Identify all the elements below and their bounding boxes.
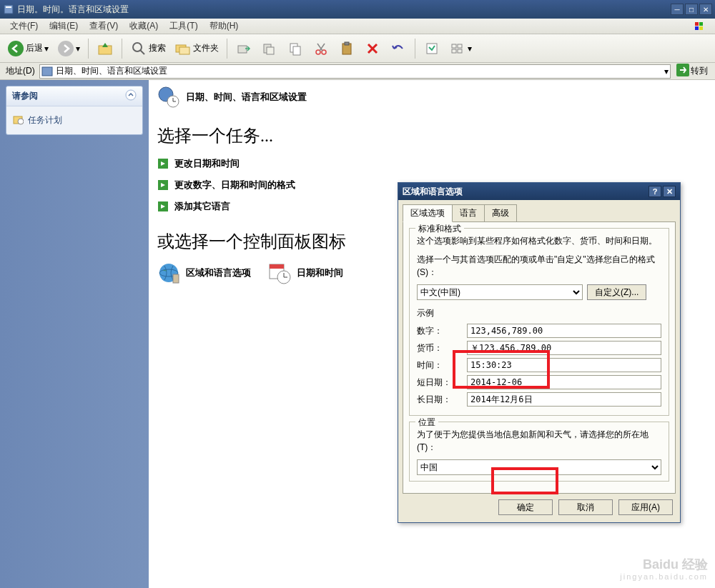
address-field[interactable]: 日期、时间、语言和区域设置 ▾ [39, 64, 671, 79]
cut-button[interactable] [310, 39, 332, 59]
svg-rect-2 [695, 22, 699, 26]
location-legend: 位置 [415, 417, 438, 429]
svg-rect-45 [173, 274, 179, 283]
svg-rect-27 [452, 44, 456, 48]
menu-edit[interactable]: 编辑(E) [44, 19, 84, 34]
properties-button[interactable] [420, 39, 443, 59]
back-label: 后退 [26, 42, 43, 54]
samples-label: 示例 [417, 307, 661, 319]
shortdate-label: 短日期： [417, 377, 463, 389]
search-icon [130, 40, 147, 57]
arrow-icon [157, 179, 169, 191]
folders-label: 文件夹 [193, 42, 219, 54]
task-label: 更改日期和时间 [174, 157, 240, 170]
svg-rect-15 [267, 47, 274, 54]
menu-favorites[interactable]: 收藏(A) [124, 19, 164, 34]
svg-rect-4 [695, 26, 699, 30]
currency-sample: ￥123,456,789.00 [467, 341, 661, 355]
sidepanel-body: 任务计划 [6, 106, 142, 134]
watermark-line1: Baidu 经验 [620, 558, 708, 572]
delete-button[interactable] [361, 39, 384, 59]
sidebar-item-label: 任务计划 [28, 114, 62, 126]
forward-icon [57, 40, 74, 57]
svg-rect-3 [699, 22, 703, 26]
location-desc: 为了便于为您提供当地信息如新闻和天气，请选择您的所在地(T)： [417, 428, 661, 454]
close-button[interactable]: ✕ [699, 4, 712, 15]
svg-rect-29 [452, 49, 456, 53]
paste-icon [338, 40, 355, 57]
undo-button[interactable] [387, 39, 410, 59]
sidepanel-header[interactable]: 请参阅 [6, 86, 142, 106]
svg-line-10 [140, 50, 144, 54]
svg-rect-0 [4, 5, 13, 14]
locale-select[interactable]: 中文(中国) [417, 284, 583, 300]
task-change-date-time[interactable]: 更改日期和时间 [157, 153, 706, 174]
copy-button[interactable] [284, 39, 307, 59]
tab-advanced[interactable]: 高级 [484, 204, 517, 221]
copy-to-button[interactable] [258, 39, 281, 59]
dialog-close-button[interactable]: ✕ [663, 186, 676, 197]
go-button[interactable]: 转到 [674, 62, 711, 80]
arrow-icon [157, 201, 169, 212]
folders-button[interactable]: 文件夹 [172, 39, 222, 59]
location-select[interactable]: 中国 [417, 459, 661, 475]
calendar-clock-icon [268, 261, 291, 284]
move-to-button[interactable] [232, 39, 255, 59]
cancel-button[interactable]: 取消 [558, 499, 613, 515]
dropdown-icon: ▾ [76, 44, 80, 54]
copy-icon [287, 40, 304, 57]
address-icon [41, 66, 53, 77]
dialog-footer: 确定 取消 应用(A) [403, 494, 676, 518]
cp-regional-options[interactable]: 区域和语言选项 [157, 261, 251, 284]
svg-rect-47 [270, 264, 284, 269]
forward-button[interactable]: ▾ [54, 39, 83, 59]
move-to-icon [235, 40, 252, 57]
tab-regional[interactable]: 区域选项 [403, 204, 453, 222]
longdate-label: 长日期： [417, 394, 463, 406]
tab-language[interactable]: 语言 [452, 204, 485, 221]
menu-tools[interactable]: 工具(T) [164, 19, 203, 34]
apply-button[interactable]: 应用(A) [618, 499, 673, 515]
dropdown-icon[interactable]: ▾ [664, 66, 669, 76]
menubar: 文件(F) 编辑(E) 查看(V) 收藏(A) 工具(T) 帮助(H) [0, 19, 715, 34]
svg-rect-26 [427, 44, 437, 54]
menu-view[interactable]: 查看(V) [84, 19, 124, 34]
undo-icon [390, 40, 407, 57]
arrow-icon [157, 158, 169, 169]
watermark: Baidu 经验 jingyan.baidu.com [620, 558, 708, 581]
longdate-sample: 2014年12月6日 [467, 392, 661, 407]
location-fieldset: 位置 为了便于为您提供当地信息如新闻和天气，请选择您的所在地(T)： 中国 [409, 422, 669, 482]
folders-icon [174, 40, 192, 57]
svg-point-6 [8, 41, 24, 56]
views-icon [449, 40, 466, 57]
number-label: 数字： [417, 325, 463, 337]
ok-button[interactable]: 确定 [498, 499, 553, 515]
svg-point-33 [126, 90, 136, 100]
back-button[interactable]: 后退 ▾ [4, 39, 51, 59]
standards-desc1: 这个选项影响到某些程序如何格式化数字、货币、时间和日期。 [417, 234, 661, 247]
search-label: 搜索 [149, 42, 166, 54]
minimize-button[interactable]: ─ [671, 4, 684, 15]
sidebar-item-scheduled-tasks[interactable]: 任务计划 [12, 112, 137, 129]
maximize-button[interactable]: □ [685, 4, 698, 15]
tab-panel: 标准和格式 这个选项影响到某些程序如何格式化数字、货币、时间和日期。 选择一个与… [403, 221, 676, 494]
dialog-body: 区域选项 语言 高级 标准和格式 这个选项影响到某些程序如何格式化数字、货币、时… [398, 200, 680, 522]
customize-button[interactable]: 自定义(Z)... [587, 284, 646, 300]
task-label: 添加其它语言 [174, 200, 230, 213]
menu-file[interactable]: 文件(F) [4, 19, 44, 34]
dialog-title: 区域和语言选项 [403, 186, 647, 198]
paste-button[interactable] [335, 39, 358, 59]
properties-icon [423, 40, 440, 57]
menu-help[interactable]: 帮助(H) [204, 19, 245, 34]
cp-date-time[interactable]: 日期和时间 [268, 261, 343, 284]
views-button[interactable]: ▾ [446, 39, 475, 59]
windows-flag-icon [694, 21, 711, 32]
up-button[interactable] [94, 39, 117, 59]
collapse-icon[interactable] [125, 89, 137, 103]
dialog-help-button[interactable]: ? [649, 186, 661, 197]
cp-icon-label: 日期和时间 [297, 266, 343, 279]
dropdown-icon: ▾ [44, 44, 49, 54]
search-button[interactable]: 搜索 [127, 39, 169, 59]
window-titlebar: 日期。时间。语言和区域设置 ─ □ ✕ [0, 0, 715, 19]
main-header-title: 日期、时间、语言和区域设置 [186, 91, 307, 104]
